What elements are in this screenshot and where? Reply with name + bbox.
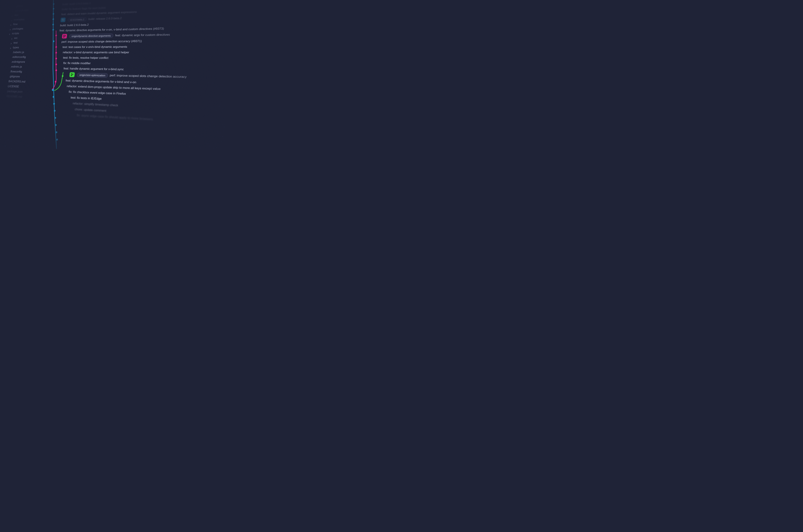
commit-graph-panel: build: build 2.6.0-beta.3build: fix feat… — [24, 0, 225, 149]
svg-point-13 — [56, 131, 57, 133]
chevron-right-icon — [12, 15, 13, 16]
ref-label[interactable]: origin/dynamic-directive-arguments — [69, 33, 114, 38]
svg-point-27 — [71, 74, 72, 74]
tree-folder[interactable]: src — [7, 36, 37, 41]
commit-message: feat: dynamic directive arguments for v-… — [59, 27, 164, 32]
chevron-right-icon — [12, 10, 14, 12]
tree-folder[interactable]: scripts — [7, 31, 38, 36]
commit-message: refactor: simplify timestamp check — [73, 102, 118, 107]
tree-item-label: test — [13, 41, 18, 44]
svg-point-24 — [63, 35, 64, 36]
tree-item-label: src — [14, 36, 18, 40]
tree-item-label: .eslintrc.js — [10, 65, 22, 69]
branch-badge[interactable] — [70, 72, 75, 77]
tree-folder[interactable]: test — [6, 40, 37, 45]
chevron-right-icon — [10, 24, 12, 25]
tree-item-label: README.md — [6, 95, 22, 99]
tree-file[interactable]: .babelrc.js — [5, 50, 36, 55]
tree-item-label: flow — [13, 23, 18, 26]
commit-message: build: build 2.6.0-beta.3 — [62, 2, 91, 6]
commit-list: build: build 2.6.0-beta.3build: fix feat… — [29, 0, 225, 129]
tree-file[interactable]: .flowconfig — [2, 69, 33, 75]
tree-item-label: packages — [12, 27, 23, 31]
tree-folder[interactable]: packages — [8, 26, 38, 31]
chevron-right-icon — [11, 42, 12, 44]
tag-icon — [61, 18, 65, 22]
commit-message: chore: update comment — [75, 108, 106, 113]
git-branch-icon — [62, 34, 66, 38]
commit-message: feat: dynamic args for custom directives — [115, 33, 170, 37]
ref-label[interactable]: v2.6.0-beta.2 — [68, 17, 87, 22]
svg-point-14 — [56, 138, 58, 141]
tree-file[interactable]: .gitignore — [1, 74, 33, 79]
commit-message: build: fix feature flags for esm builds — [62, 6, 106, 11]
tree-file[interactable]: .eslintrc.js — [3, 64, 34, 70]
svg-point-26 — [65, 35, 65, 36]
tree-item-label: LICENSE — [7, 84, 19, 88]
tree-item-label: BACKERS.md — [8, 80, 25, 83]
commit-message: test: fix tests in IE/Edge — [71, 96, 102, 101]
tag-badge[interactable] — [60, 18, 65, 22]
tree-folder[interactable]: types — [5, 45, 36, 50]
branch-badge[interactable] — [62, 34, 67, 39]
svg-point-23 — [62, 19, 63, 20]
tree-item-label: benchmarks — [15, 9, 29, 12]
svg-point-11 — [54, 117, 56, 119]
chevron-right-icon — [11, 19, 12, 21]
tree-file[interactable]: .editorconfig — [4, 55, 35, 60]
tree-item-label: .babelrc.js — [12, 51, 24, 54]
commit-row[interactable]: refactor: v-bind dynamic arguments use b… — [57, 50, 225, 56]
commit-message: perf: improve scoped slots change detect… — [61, 39, 142, 43]
tree-folder[interactable]: flow — [9, 21, 39, 27]
tree-folder[interactable]: examples — [9, 17, 39, 22]
svg-point-12 — [55, 124, 57, 126]
tree-file[interactable]: README.md — [0, 93, 30, 100]
commit-message: build: release 2.6.0-beta.2 — [88, 17, 122, 21]
tree-item-label: examples — [14, 18, 25, 21]
svg-point-25 — [63, 37, 64, 37]
commit-message: feat: dynamic directive arguments for v-… — [65, 79, 136, 84]
commit-message: test: fix tests, resolve helper conflict — [63, 56, 109, 60]
tree-file[interactable]: .eslintignore — [3, 59, 34, 64]
chevron-right-icon — [9, 33, 11, 34]
commit-message: build: build 2.6.0-beta.2 — [60, 23, 89, 27]
commit-message: refactor: v-bind dynamic arguments use b… — [63, 51, 129, 54]
chevron-right-icon — [10, 47, 12, 48]
commit-message: feat: handle dynamic argument for v-bind… — [63, 67, 124, 71]
git-branch-icon — [70, 73, 74, 77]
ref-label[interactable]: origin/slot-optimization — [77, 73, 108, 78]
tree-item-label: .github — [15, 4, 23, 8]
svg-point-28 — [71, 75, 72, 76]
commit-message: perf: improve scoped slots change detect… — [110, 74, 187, 79]
tree-item-label: scripts — [12, 32, 19, 35]
commit-row[interactable]: test: test cases for v-on/v-bind dynamic… — [57, 43, 225, 50]
commit-message: fix: fix middle modifier — [63, 61, 91, 65]
svg-point-29 — [73, 74, 73, 75]
tree-item-label: .gitignore — [9, 75, 20, 78]
tree-item-label: dist — [14, 14, 18, 17]
chevron-right-icon — [11, 37, 13, 39]
chevron-right-icon — [9, 28, 11, 30]
tree-item-label: types — [13, 46, 19, 49]
commit-message: test: test cases for v-on/v-bind dynamic… — [62, 45, 127, 49]
tree-item-label: package.json — [7, 90, 23, 93]
tree-item-label: .flowconfig — [9, 70, 22, 73]
tree-item-label: .editorconfig — [12, 55, 26, 59]
chevron-right-icon — [13, 6, 14, 7]
tree-item-label: .eslintignore — [11, 60, 25, 63]
